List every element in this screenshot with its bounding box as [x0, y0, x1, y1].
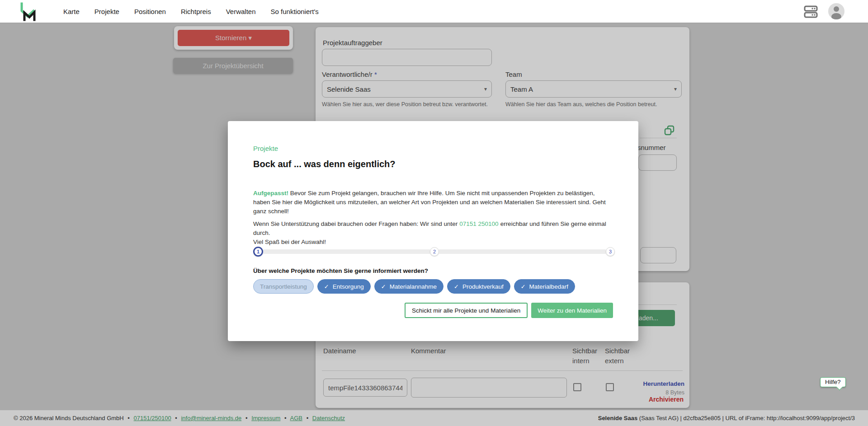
user-avatar[interactable] [828, 3, 844, 19]
main-navigation: Karte Projekte Positionen Richtpreis Ver… [63, 0, 319, 23]
continue-to-materials-button[interactable]: Weiter zu den Materialien [531, 303, 613, 318]
chip-materialbedarf[interactable]: ✓ Materialbedarf [514, 279, 575, 294]
nav-item-karte[interactable]: Karte [63, 8, 80, 15]
project-type-chips: Transportleistung ✓ Entsorgung ✓ Materia… [253, 279, 575, 294]
wizard-stepper: 1 2 3 [253, 247, 615, 257]
send-all-projects-button[interactable]: Schickt mir alle Projekte und Materialie… [405, 303, 528, 318]
check-icon: ✓ [454, 283, 459, 290]
project-interest-modal: Projekte Bock auf ... was denn eigentlic… [228, 121, 638, 341]
intro-highlight: Aufgepasst! [253, 190, 288, 197]
server-rack-icon[interactable] [804, 5, 818, 19]
nav-item-positionen[interactable]: Positionen [134, 8, 166, 15]
check-icon: ✓ [521, 283, 526, 290]
nav-item-verwalten[interactable]: Verwalten [226, 8, 256, 15]
check-icon: ✓ [324, 283, 329, 290]
modal-support-paragraph: Wenn Sie Unterstützung dabei brauchen od… [253, 220, 610, 247]
step-1-indicator: 1 [253, 247, 263, 257]
check-icon: ✓ [381, 283, 386, 290]
nav-item-richtpreis[interactable]: Richtpreis [181, 8, 211, 15]
modal-title: Bock auf ... was denn eigentlich? [253, 159, 396, 169]
phone-link[interactable]: 07151 250100 [459, 220, 498, 227]
chip-transportleistung[interactable]: Transportleistung [253, 279, 314, 294]
support-line2: Viel Spaß bei der Auswahl! [253, 238, 610, 247]
modal-actions: Schickt mir alle Projekte und Materialie… [405, 303, 613, 318]
nav-item-so-funktionierts[interactable]: So funktioniert's [271, 8, 319, 15]
chip-produktverkauf[interactable]: ✓ Produktverkauf [447, 279, 510, 294]
chip-entsorgung[interactable]: ✓ Entsorgung [317, 279, 371, 294]
top-navbar: Karte Projekte Positionen Richtpreis Ver… [0, 0, 868, 23]
app-window: Karte Projekte Positionen Richtpreis Ver… [0, 0, 868, 426]
step-2-indicator: 2 [430, 247, 439, 256]
chip-materialannahme[interactable]: ✓ Materialannahme [374, 279, 443, 294]
nav-item-projekte[interactable]: Projekte [94, 8, 119, 15]
step-3-indicator: 3 [606, 247, 615, 256]
modal-intro-paragraph: Aufgepasst! Bevor Sie zum Projekt gelang… [253, 189, 610, 216]
modal-question: Über welche Projekte möchten Sie gerne i… [253, 267, 428, 274]
person-icon [828, 3, 844, 19]
help-bubble[interactable]: Hilfe? [820, 377, 846, 387]
stepper-bar [439, 249, 606, 254]
brand-logo-icon[interactable] [18, 1, 38, 21]
stepper-bar [263, 249, 430, 254]
modal-eyebrow: Projekte [253, 145, 278, 152]
